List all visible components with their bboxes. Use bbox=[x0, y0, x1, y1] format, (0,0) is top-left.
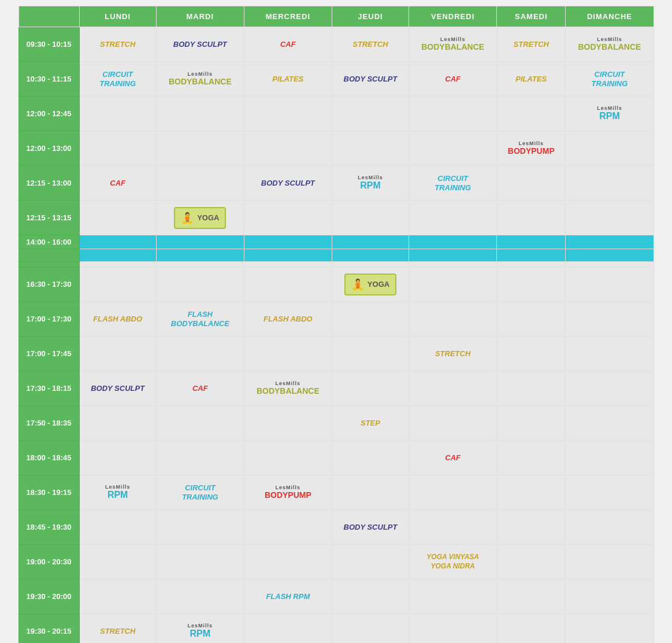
header-vendredi: VENDREDI bbox=[409, 6, 497, 27]
schedule-cell bbox=[332, 201, 409, 235]
schedule-cell bbox=[244, 406, 332, 441]
schedule-row: 17:50 - 18:35STEP bbox=[18, 406, 654, 441]
break-cell bbox=[244, 235, 332, 249]
schedule-cell bbox=[497, 510, 566, 545]
schedule-row: 19:00 - 20:30YOGA VINYASAYOGA NIDRA bbox=[18, 545, 654, 579]
stretch-class: STRETCH bbox=[514, 40, 549, 49]
schedule-cell bbox=[497, 579, 566, 614]
schedule-cell: BODY SCULPT bbox=[332, 510, 409, 545]
schedule-cell: LesMillsBODYBALANCE bbox=[566, 27, 654, 62]
break-cell bbox=[244, 249, 332, 262]
schedule-cell bbox=[244, 267, 332, 302]
schedule-cell bbox=[497, 166, 566, 201]
schedule-cell: FLASHBODYBALANCE bbox=[156, 302, 244, 337]
schedule-cell bbox=[497, 406, 566, 441]
schedule-cell bbox=[497, 371, 566, 406]
pilates-class: PILATES bbox=[272, 75, 303, 83]
schedule-row: 17:00 - 17:30FLASH ABDOFLASHBODYBALANCEF… bbox=[18, 302, 654, 337]
separator-cell bbox=[409, 262, 497, 267]
schedule-cell bbox=[497, 545, 566, 579]
header-jeudi: JEUDI bbox=[332, 6, 409, 27]
bodybalance-class: BODYBALANCE bbox=[421, 42, 484, 51]
schedule-cell: LesMillsRPM bbox=[79, 475, 156, 510]
schedule-cell bbox=[79, 97, 156, 131]
schedule-cell: BODY SCULPT bbox=[244, 166, 332, 201]
body-sculpt-class: BODY SCULPT bbox=[344, 523, 398, 531]
schedule-cell bbox=[409, 475, 497, 510]
schedule-cell bbox=[244, 97, 332, 131]
schedule-cell: LesMillsRPM bbox=[332, 166, 409, 201]
lesmills-label: LesMills bbox=[597, 106, 622, 111]
schedule-cell: LesMillsBODYPUMP bbox=[244, 475, 332, 510]
schedule-cell bbox=[156, 166, 244, 201]
circuit-training-class: CIRCUITTRAINING bbox=[435, 174, 471, 192]
schedule-cell bbox=[79, 579, 156, 614]
schedule-row: 09:30 - 10:15STRETCHBODY SCULPTCAFSTRETC… bbox=[18, 27, 654, 62]
schedule-cell bbox=[566, 337, 654, 371]
schedule-cell bbox=[566, 302, 654, 337]
rpm-class: RPM bbox=[599, 111, 620, 121]
schedule-cell bbox=[566, 614, 654, 644]
schedule-cell: STRETCH bbox=[79, 27, 156, 62]
break-cell bbox=[79, 235, 156, 249]
yoga-icon: 🧘 bbox=[181, 212, 194, 224]
schedule-cell bbox=[244, 510, 332, 545]
time-cell: 12:15 - 13:00 bbox=[18, 166, 79, 201]
schedule-cell bbox=[79, 545, 156, 579]
schedule-cell bbox=[566, 166, 654, 201]
lesmills-label: LesMills bbox=[188, 623, 213, 629]
caf-class: CAF bbox=[445, 453, 461, 462]
break-cell bbox=[156, 235, 244, 249]
lesmills-label: LesMills bbox=[276, 381, 301, 386]
rpm-class: RPM bbox=[107, 490, 128, 500]
schedule-cell bbox=[497, 337, 566, 371]
separator-cell bbox=[156, 262, 244, 267]
schedule-cell: LesMillsBODYBALANCE bbox=[409, 27, 497, 62]
schedule-cell: PILATES bbox=[497, 62, 566, 97]
header-lundi: LUNDI bbox=[79, 6, 156, 27]
schedule-cell bbox=[332, 371, 409, 406]
schedule-table: LUNDI MARDI MERCREDI JEUDI VENDREDI SAME… bbox=[18, 6, 654, 643]
time-cell: 12:00 - 13:00 bbox=[18, 131, 79, 166]
break-cell bbox=[566, 249, 654, 262]
time-cell: 19:30 - 20:15 bbox=[18, 614, 79, 644]
flash-rpm-class: FLASH RPM bbox=[266, 592, 310, 601]
schedule-container: LUNDI MARDI MERCREDI JEUDI VENDREDI SAME… bbox=[18, 6, 654, 643]
lesmills-label: LesMills bbox=[597, 37, 622, 42]
time-cell: 12:00 - 12:45 bbox=[18, 97, 79, 131]
body-sculpt-class: BODY SCULPT bbox=[173, 40, 227, 49]
caf-class: CAF bbox=[110, 179, 125, 187]
break-time-cell: 14:00 - 16:00 bbox=[18, 235, 79, 249]
bodybalance-class: BODYBALANCE bbox=[257, 386, 320, 396]
time-cell: 18:45 - 19:30 bbox=[18, 510, 79, 545]
time-cell: 18:00 - 18:45 bbox=[18, 441, 79, 475]
schedule-cell: STEP bbox=[332, 406, 409, 441]
schedule-cell bbox=[332, 441, 409, 475]
pilates-class: PILATES bbox=[515, 75, 547, 83]
header-mardi: MARDI bbox=[156, 6, 244, 27]
schedule-cell bbox=[409, 201, 497, 235]
schedule-cell bbox=[566, 579, 654, 614]
schedule-cell: CIRCUITTRAINING bbox=[409, 166, 497, 201]
schedule-cell bbox=[244, 441, 332, 475]
yoga-vinyasa-class: YOGA VINYASAYOGA NIDRA bbox=[426, 553, 479, 571]
schedule-cell: LesMillsBODYBALANCE bbox=[244, 371, 332, 406]
flash-bb-class: FLASHBODYBALANCE bbox=[171, 310, 229, 328]
time-cell: 12:15 - 13:15 bbox=[18, 201, 79, 235]
schedule-cell bbox=[156, 267, 244, 302]
schedule-row: 19:30 - 20:00FLASH RPM bbox=[18, 579, 654, 614]
break-cell bbox=[497, 249, 566, 262]
schedule-cell bbox=[409, 406, 497, 441]
schedule-cell: CAF bbox=[79, 166, 156, 201]
schedule-row: 12:15 - 13:15🧘YOGA bbox=[18, 201, 654, 235]
separator-cell bbox=[566, 262, 654, 267]
schedule-cell bbox=[332, 614, 409, 644]
time-cell: 18:30 - 19:15 bbox=[18, 475, 79, 510]
bodypump-class: BODYPUMP bbox=[508, 146, 555, 156]
break-cell bbox=[409, 235, 497, 249]
schedule-cell bbox=[156, 97, 244, 131]
schedule-cell: CAF bbox=[156, 371, 244, 406]
schedule-cell: STRETCH bbox=[332, 27, 409, 62]
lesmills-label: LesMills bbox=[358, 175, 383, 180]
schedule-cell: PILATES bbox=[244, 62, 332, 97]
